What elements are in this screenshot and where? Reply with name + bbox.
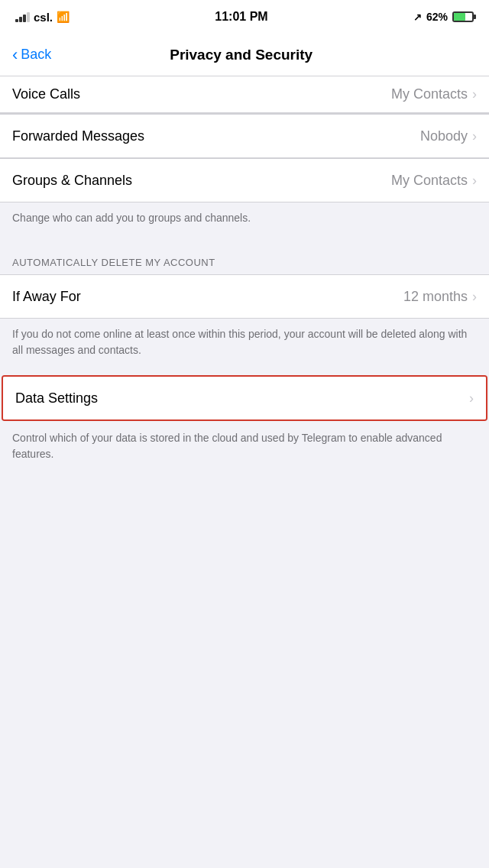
groups-channels-label: Groups & Channels [12,173,132,189]
status-bar: csl. 📶 11:01 PM ↗ 62% [0,0,489,34]
auto-delete-header: AUTOMATICALLY DELETE MY ACCOUNT [0,241,489,274]
groups-footer: Change who can add you to groups and cha… [0,202,489,241]
page-title: Privacy and Security [51,47,431,63]
if-away-for-row[interactable]: If Away For 12 months › [0,275,489,318]
voice-calls-label: Voice Calls [12,86,80,102]
forwarded-messages-label: Forwarded Messages [12,128,144,144]
back-chevron-icon: ‹ [12,47,18,63]
back-button[interactable]: ‹ Back [12,47,51,63]
if-away-for-chevron-icon: › [472,289,477,305]
carrier-label: csl. [34,11,53,24]
battery-percent: 62% [426,11,448,23]
forwarded-messages-row[interactable]: Forwarded Messages Nobody › [0,115,489,157]
voice-calls-value: My Contacts [391,86,468,102]
data-settings-row[interactable]: Data Settings › [3,377,486,419]
voice-calls-chevron-icon: › [472,86,477,102]
data-settings-footer: Control which of your data is stored in … [0,423,489,478]
battery-icon [452,11,474,22]
voice-calls-right: My Contacts › [391,86,477,102]
nav-bar: ‹ Back Privacy and Security [0,34,489,76]
data-settings-chevron-icon: › [469,390,474,406]
away-footer: If you do not come online at least once … [0,319,489,374]
groups-channels-row[interactable]: Groups & Channels My Contacts › [0,159,489,202]
status-left: csl. 📶 [15,11,70,24]
groups-channels-right: My Contacts › [391,173,477,189]
voice-calls-row[interactable]: Voice Calls My Contacts › [0,76,489,113]
if-away-for-label: If Away For [12,289,81,305]
forwarded-messages-right: Nobody › [420,128,477,144]
data-settings-label: Data Settings [15,390,98,406]
location-icon: ↗ [413,11,422,23]
data-settings-right: › [469,390,474,406]
forwarded-messages-chevron-icon: › [472,128,477,144]
back-label: Back [21,47,51,63]
if-away-for-right: 12 months › [403,289,477,305]
if-away-for-value: 12 months [403,289,468,305]
groups-channels-value: My Contacts [391,173,468,189]
signal-bars-icon [15,12,30,22]
forwarded-messages-value: Nobody [420,128,468,144]
status-right: ↗ 62% [413,11,474,23]
groups-channels-chevron-icon: › [472,173,477,189]
wifi-icon: 📶 [57,11,70,23]
status-time: 11:01 PM [215,10,267,24]
